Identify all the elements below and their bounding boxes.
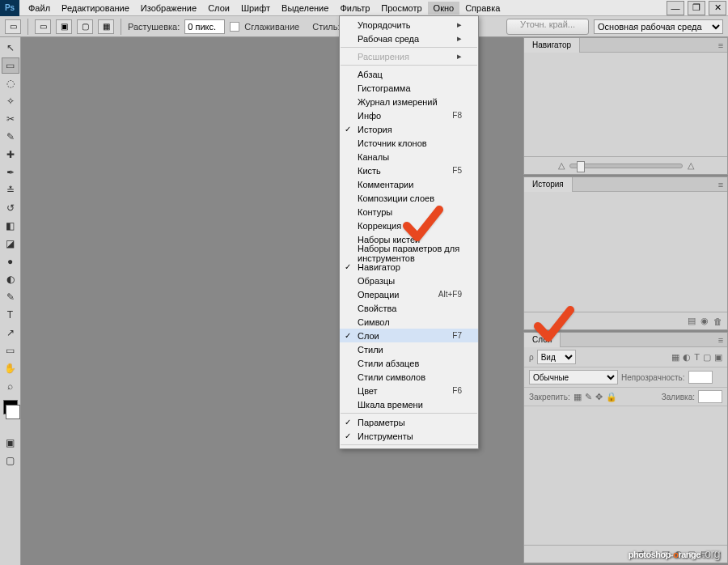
menu-item[interactable]: Абзац bbox=[340, 67, 478, 81]
navigator-body[interactable] bbox=[524, 53, 727, 156]
tool-preset-icon[interactable]: ▭ bbox=[5, 19, 21, 34]
tool-history-brush[interactable]: ↺ bbox=[2, 200, 19, 216]
filter-kind-select[interactable]: Вид bbox=[537, 350, 576, 364]
panel-menu-icon[interactable]: ≡ bbox=[714, 180, 727, 189]
menu-layers[interactable]: Слои bbox=[202, 2, 235, 15]
tool-heal[interactable]: ✚ bbox=[2, 147, 19, 163]
tool-blur[interactable]: ● bbox=[2, 253, 19, 270]
panel-menu-icon[interactable]: ≡ bbox=[714, 335, 727, 345]
menu-item[interactable]: КистьF5 bbox=[340, 164, 478, 177]
menu-item[interactable]: Стили абзацев bbox=[340, 356, 478, 370]
filter-smart-icon[interactable]: ▣ bbox=[714, 352, 722, 363]
minimize-button[interactable]: — bbox=[667, 1, 684, 15]
lock-trans-icon[interactable]: ▦ bbox=[574, 392, 582, 402]
tool-shape[interactable]: ▭ bbox=[2, 342, 19, 359]
close-button[interactable]: ✕ bbox=[709, 1, 726, 15]
trash-icon[interactable]: 🗑 bbox=[713, 316, 722, 326]
zoom-out-icon[interactable]: △ bbox=[558, 160, 565, 171]
tool-type[interactable]: T bbox=[2, 307, 19, 323]
menu-item[interactable]: ИнфоF8 bbox=[340, 108, 478, 122]
shape-int-icon[interactable]: ▦ bbox=[98, 19, 114, 34]
menu-item[interactable]: ✓Навигатор bbox=[340, 260, 478, 274]
tool-screenmode[interactable]: ▢ bbox=[2, 452, 19, 469]
menu-item[interactable]: ✓Инструменты bbox=[340, 429, 478, 443]
tool-move[interactable]: ↖ bbox=[2, 40, 19, 56]
tool-eraser[interactable]: ◧ bbox=[2, 218, 19, 234]
filter-type-icon[interactable]: T bbox=[694, 352, 700, 362]
menu-item[interactable]: Источник клонов bbox=[340, 136, 478, 150]
tool-marquee[interactable]: ▭ bbox=[2, 57, 19, 74]
zoom-in-icon[interactable]: △ bbox=[688, 160, 694, 171]
menu-file[interactable]: Файл bbox=[23, 2, 56, 15]
menu-item[interactable]: ЦветF6 bbox=[340, 384, 478, 397]
tool-wand[interactable]: ✧ bbox=[2, 93, 19, 109]
menu-item[interactable]: Гистограмма bbox=[340, 81, 478, 95]
menu-edit[interactable]: Редактирование bbox=[56, 2, 135, 15]
menu-item[interactable]: Шкала времени bbox=[340, 397, 478, 411]
menu-select[interactable]: Выделение bbox=[276, 2, 334, 15]
menu-item[interactable]: Образцы bbox=[340, 274, 478, 287]
panel-menu-icon[interactable]: ≡ bbox=[714, 40, 727, 50]
menu-type[interactable]: Шрифт bbox=[235, 2, 276, 15]
opacity-input[interactable] bbox=[688, 371, 713, 384]
shape-rect-icon[interactable]: ▭ bbox=[35, 19, 51, 34]
tool-stamp[interactable]: ≛ bbox=[2, 182, 19, 198]
menu-item: Расширения▸ bbox=[340, 49, 478, 63]
menu-item[interactable]: ✓СлоиF7 bbox=[340, 329, 478, 342]
feather-input[interactable] bbox=[184, 19, 225, 34]
lock-pixels-icon[interactable]: ✎ bbox=[585, 392, 592, 402]
navigator-tab[interactable]: Навигатор bbox=[524, 38, 580, 53]
menu-help[interactable]: Справка bbox=[459, 2, 506, 15]
tool-zoom[interactable]: ⌕ bbox=[2, 378, 19, 394]
tool-dodge[interactable]: ◐ bbox=[2, 271, 19, 287]
shape-add-icon[interactable]: ▣ bbox=[56, 19, 72, 34]
refine-edge-button[interactable]: Уточн. край... bbox=[506, 19, 589, 35]
menu-view[interactable]: Просмотр bbox=[375, 2, 427, 15]
menu-item[interactable]: ✓Параметры bbox=[340, 415, 478, 429]
zoom-slider-thumb[interactable] bbox=[577, 161, 585, 172]
menu-item[interactable]: Наборы параметров для инструментов bbox=[340, 246, 478, 260]
workspace-select[interactable]: Основная рабочая среда bbox=[594, 19, 723, 34]
menu-filter[interactable]: Фильтр bbox=[334, 2, 375, 15]
menu-window[interactable]: Окно bbox=[428, 2, 460, 15]
menu-item[interactable]: Свойства bbox=[340, 301, 478, 315]
fill-input[interactable] bbox=[698, 390, 722, 403]
tool-path[interactable]: ↗ bbox=[2, 325, 19, 341]
blend-mode-select[interactable]: Обычные bbox=[529, 370, 618, 384]
layers-body[interactable] bbox=[524, 406, 727, 545]
tool-hand[interactable]: ✋ bbox=[2, 360, 19, 376]
menu-item[interactable]: ✓История bbox=[340, 122, 478, 136]
menu-image[interactable]: Изображение bbox=[135, 2, 202, 15]
tool-brush[interactable]: ✒ bbox=[2, 164, 19, 181]
history-body[interactable] bbox=[524, 192, 727, 312]
menu-item[interactable]: Композиции слоев bbox=[340, 191, 478, 205]
new-doc-icon[interactable]: ▤ bbox=[688, 316, 696, 326]
antialias-checkbox[interactable] bbox=[230, 22, 239, 32]
menu-item[interactable]: Журнал измерений bbox=[340, 95, 478, 108]
tool-gradient[interactable]: ◪ bbox=[2, 236, 19, 252]
snapshot-icon[interactable]: ◉ bbox=[700, 316, 709, 326]
shape-sub-icon[interactable]: ▢ bbox=[77, 19, 93, 34]
maximize-button[interactable]: ❐ bbox=[688, 1, 705, 15]
history-tab[interactable]: История bbox=[524, 177, 573, 192]
menu-item[interactable]: Стили символов bbox=[340, 370, 478, 384]
background-swatch[interactable] bbox=[6, 405, 20, 419]
filter-shape-icon[interactable]: ▢ bbox=[703, 352, 711, 363]
tool-lasso[interactable]: ◌ bbox=[2, 75, 19, 91]
tool-eyedrop[interactable]: ✎ bbox=[2, 129, 19, 145]
zoom-slider[interactable] bbox=[569, 164, 683, 168]
menu-item[interactable]: Стили bbox=[340, 342, 478, 356]
lock-pos-icon[interactable]: ✥ bbox=[595, 392, 603, 402]
tool-crop[interactable]: ✂ bbox=[2, 111, 19, 127]
menu-item[interactable]: Комментарии bbox=[340, 177, 478, 191]
menu-item[interactable]: Символ bbox=[340, 315, 478, 329]
menu-item[interactable]: Рабочая среда▸ bbox=[340, 32, 478, 45]
filter-adj-icon[interactable]: ◐ bbox=[683, 352, 691, 363]
tool-pen[interactable]: ✎ bbox=[2, 289, 19, 305]
lock-all-icon[interactable]: 🔒 bbox=[606, 392, 617, 402]
menu-item[interactable]: Каналы bbox=[340, 150, 478, 164]
filter-image-icon[interactable]: ▦ bbox=[671, 352, 679, 363]
menu-item[interactable]: ОперацииAlt+F9 bbox=[340, 287, 478, 301]
tool-quickmask[interactable]: ▣ bbox=[2, 435, 19, 451]
menu-item[interactable]: Упорядочить▸ bbox=[340, 18, 478, 32]
